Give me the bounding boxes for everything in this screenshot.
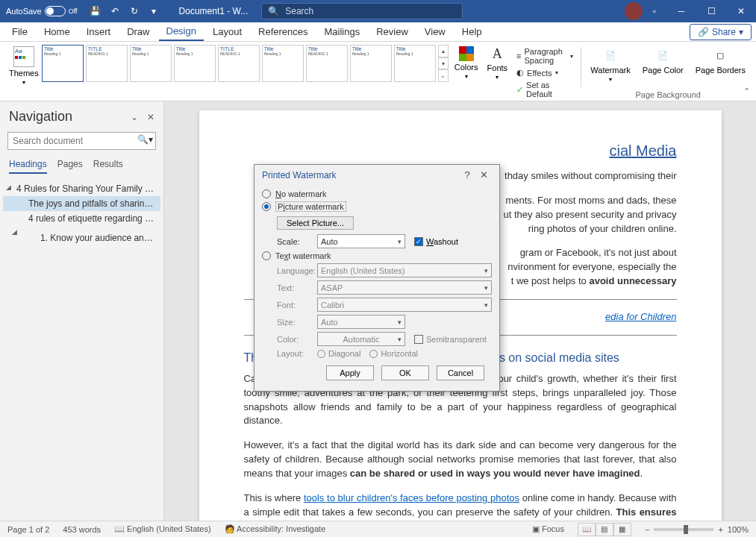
gallery-more[interactable]: ⌄ [438, 69, 449, 82]
chevron-down-icon: ▾ [496, 74, 499, 81]
gallery-item[interactable]: TitleHeading 1 [262, 45, 304, 82]
menu-home[interactable]: Home [37, 23, 78, 40]
scale-select[interactable]: Auto [317, 234, 405, 248]
document-title: Document1 - W... [166, 6, 262, 16]
page-borders-button[interactable]: ▢ Page Borders [691, 45, 750, 76]
gallery-item[interactable]: TitleHeading 1 [42, 45, 84, 82]
gallery-item[interactable]: TitleHEADING 1 [306, 45, 348, 82]
gallery-item[interactable]: TitleHeading 1 [174, 45, 216, 82]
menu-file[interactable]: File [4, 23, 35, 40]
ok-button[interactable]: OK [381, 365, 429, 380]
doc-heading-1[interactable]: cial Media [244, 140, 677, 162]
no-watermark-radio[interactable]: NNo watermarko watermark [262, 188, 492, 200]
redo-icon[interactable]: ↻ [128, 5, 140, 17]
apply-button[interactable]: Apply [326, 365, 374, 380]
menu-layout[interactable]: Layout [205, 23, 249, 40]
page-color-button[interactable]: 📄 Page Color [638, 45, 688, 76]
gallery-item[interactable]: TITLEHEADING 1 [218, 45, 260, 82]
close-nav-icon[interactable]: ✕ [147, 112, 154, 122]
menu-insert[interactable]: Insert [79, 23, 119, 40]
select-picture-button[interactable]: Select Picture... [277, 216, 354, 230]
collapse-icon[interactable]: ⌄ [131, 112, 138, 122]
menu-design[interactable]: Design [159, 22, 204, 41]
toggle-switch[interactable] [45, 6, 66, 16]
horizontal-radio [369, 350, 378, 358]
menu-mailings[interactable]: Mailings [317, 23, 368, 40]
nav-search[interactable]: 🔍▾ [7, 132, 156, 150]
close-button[interactable]: ✕ [726, 0, 756, 22]
menu-references[interactable]: References [251, 23, 315, 40]
menu-help[interactable]: Help [454, 23, 490, 40]
colors-button[interactable]: Colors ▾ [452, 45, 481, 81]
menu-view[interactable]: View [417, 23, 453, 40]
watermark-button[interactable]: 📄 Watermark ▾ [586, 45, 634, 84]
tree-item[interactable]: ◢4 Rules for Sharing Your Family Phot... [3, 181, 160, 196]
cancel-button[interactable]: Cancel [437, 365, 484, 380]
gallery-item[interactable]: TitleHeading 1 [130, 45, 172, 82]
fonts-button[interactable]: A Fonts ▾ [484, 45, 511, 82]
title-search[interactable]: 🔍 Search [261, 3, 463, 19]
undo-icon[interactable]: ↶ [109, 5, 121, 17]
nav-tab-pages[interactable]: Pages [57, 159, 83, 174]
doc-paragraph[interactable]: However, it's a fact that the digital wo… [244, 439, 677, 481]
tree-item[interactable]: The joys and pitfalls of sharing yo... [3, 196, 160, 211]
collapse-ribbon-button[interactable]: ⌃ [743, 87, 750, 96]
nav-tab-headings[interactable]: Headings [9, 159, 47, 174]
accessibility-indicator[interactable]: 🧑 Accessibility: Investigate [225, 524, 326, 534]
print-layout-button[interactable]: ▤ [596, 523, 613, 536]
themes-icon: Aa [13, 46, 34, 67]
paragraph-spacing-button[interactable]: ≡Paragraph Spacing▾ [515, 46, 575, 66]
color-label: Color: [277, 335, 314, 344]
page-indicator[interactable]: Page 1 of 2 [7, 525, 49, 534]
tree-item[interactable]: 4 rules of etiquette regarding sha... [3, 211, 160, 226]
gallery-up[interactable]: ▴ [438, 45, 449, 57]
share-button[interactable]: 🔗 Share ▾ [690, 24, 752, 40]
save-icon[interactable]: 💾 [90, 5, 101, 17]
read-mode-button[interactable]: 📖 [578, 523, 596, 536]
minimize-button[interactable]: ─ [666, 0, 696, 22]
washout-checkbox[interactable]: ✓ Washout [414, 237, 458, 246]
zoom-in-button[interactable]: + [718, 525, 722, 534]
help-button[interactable]: ? [459, 169, 475, 180]
search-icon[interactable]: 🔍▾ [137, 134, 153, 145]
autosave-toggle[interactable]: AutoSave Off [0, 6, 84, 16]
zoom-thumb[interactable] [684, 525, 688, 534]
word-count[interactable]: 453 words [63, 525, 101, 534]
picture-watermark-radio[interactable]: Picture watermark [262, 200, 492, 213]
gallery-down[interactable]: ▾ [438, 57, 449, 70]
font-label: Font: [277, 301, 314, 310]
zoom-out-button[interactable]: − [645, 525, 649, 534]
zoom-slider[interactable] [654, 528, 713, 531]
ribbon-display-icon[interactable]: ▫ [649, 5, 660, 17]
doc-link[interactable]: edia for Children [605, 311, 676, 322]
menu-draw[interactable]: Draw [119, 23, 157, 40]
nav-tab-results[interactable]: Results [93, 159, 123, 174]
themes-label: Themes [9, 69, 39, 78]
caret-icon[interactable]: ◢ [6, 183, 11, 191]
search-icon: 🔍 [268, 6, 279, 16]
web-layout-button[interactable]: ▦ [613, 523, 631, 536]
set-default-button[interactable]: ✓Set as Default [515, 80, 575, 99]
gallery-item[interactable]: TITLEHEADING 1 [86, 45, 128, 82]
close-dialog-button[interactable]: ✕ [475, 169, 492, 180]
zoom-percent[interactable]: 100% [728, 525, 749, 534]
dialog-title-bar[interactable]: Printed Watermark ? ✕ [254, 165, 499, 185]
caret-icon[interactable]: ◢ [12, 228, 17, 230]
language-indicator[interactable]: 📖 English (United States) [114, 524, 211, 534]
user-avatar[interactable] [625, 2, 643, 20]
themes-button[interactable]: Aa Themes ▾ [6, 45, 42, 87]
gallery-item[interactable]: TitleHeading 1 [350, 45, 392, 82]
font-select: Calibri [317, 298, 492, 312]
text-watermark-radio[interactable]: Text watermark [262, 250, 492, 262]
maximize-button[interactable]: ☐ [696, 0, 726, 22]
tree-item[interactable]: 1. Know your audience and se... [3, 230, 160, 245]
doc-link[interactable]: tools to blur children's faces before po… [304, 492, 519, 503]
gallery-item[interactable]: TitleHeading 1 [394, 45, 436, 82]
nav-search-input[interactable] [7, 132, 156, 150]
focus-button[interactable]: ▣ Focus [532, 524, 564, 534]
customize-icon[interactable]: ▾ [148, 5, 160, 17]
effects-button[interactable]: ◐Effects▾ [515, 67, 575, 78]
style-gallery[interactable]: TitleHeading 1 TITLEHEADING 1 TitleHeadi… [42, 45, 449, 82]
menu-review[interactable]: Review [369, 23, 416, 40]
doc-paragraph[interactable]: This is where tools to blur children's f… [244, 492, 677, 521]
